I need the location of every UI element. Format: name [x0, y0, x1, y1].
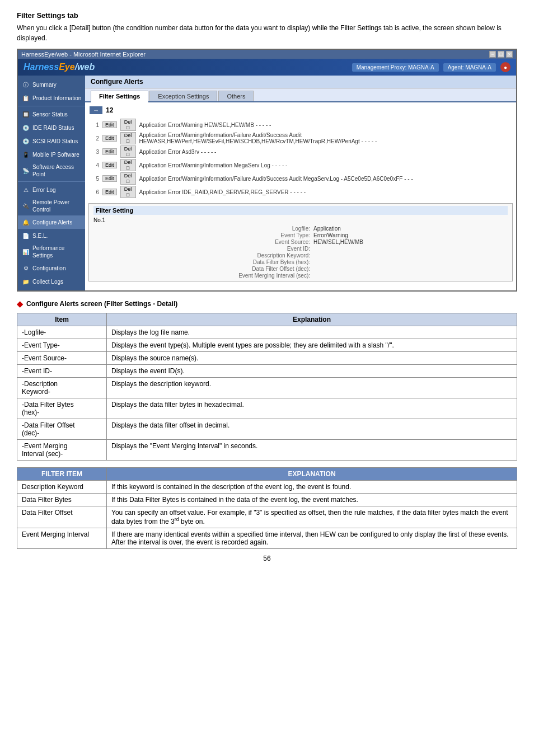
- filter-explanation-data-bytes: If this Data Filter Bytes is contained i…: [107, 494, 517, 506]
- sidebar-item-software-ap[interactable]: 📡 Software Access Point: [18, 161, 85, 180]
- del-button-2[interactable]: Del □: [120, 132, 136, 144]
- browser-titlebar: HarnessEye/web - Microsoft Internet Expl…: [18, 50, 516, 59]
- sidebar-item-remote-power[interactable]: 🔌 Remote Power Control: [18, 196, 85, 215]
- table-row: -Event Type- Displays the event type(s).…: [17, 339, 517, 352]
- filter-explanation-event-merging: If there are many identical events withi…: [107, 528, 517, 549]
- item-event-id: -Event ID-: [17, 365, 107, 378]
- scsi-raid-icon: 💿: [21, 137, 30, 145]
- detail-row-data-filter-bytes: Data Filter Bytes (hex):: [93, 259, 508, 265]
- table-row: -Event Source- Displays the source name(…: [17, 352, 517, 365]
- sidebar-item-configure-alerts[interactable]: 🔔 Configure Alerts: [18, 215, 85, 229]
- arrow-button[interactable]: →: [90, 106, 102, 114]
- sidebar-label-performance: Performance Settings: [32, 245, 82, 259]
- agent-badge: Agent: MAGNA-A: [443, 63, 496, 72]
- sensor-icon: 🔲: [21, 110, 30, 119]
- desc-keyword-label: Description Keyword:: [221, 252, 310, 259]
- sidebar-item-ide-raid[interactable]: 💿 IDE RAID Status: [18, 121, 85, 134]
- header-icon[interactable]: ●: [500, 62, 510, 72]
- del-button-4[interactable]: Del □: [120, 159, 136, 171]
- logfile-label: Logfile:: [221, 226, 310, 232]
- data-filter-bytes-value: [313, 259, 381, 265]
- edit-button-6[interactable]: Edit: [102, 189, 117, 195]
- table-row: 1 Edit Del □ Application Error/Warning H…: [90, 118, 512, 132]
- sidebar-label-error-log: Error Log: [32, 186, 56, 194]
- sidebar-item-sensor[interactable]: 🔲 Sensor Status: [18, 107, 85, 121]
- page-description: When you click a [Detail] button (the co…: [17, 23, 517, 43]
- filter-item-desc-keyword: Description Keyword: [17, 481, 107, 494]
- del-button-5[interactable]: Del □: [120, 172, 136, 185]
- sidebar-item-scsi-raid[interactable]: 💿 SCSI RAID Status: [18, 134, 85, 148]
- sidebar-label-product: Product Information: [32, 95, 81, 102]
- browser-window: HarnessEye/web - Microsoft Internet Expl…: [17, 49, 517, 292]
- filter-table-area: → 12 1 Edit Del □ Application Error/Warn…: [85, 102, 516, 201]
- explanation-event-source: Displays the source name(s).: [107, 352, 517, 365]
- ide-raid-icon: 💿: [21, 123, 30, 132]
- data-filter-offset-value: [313, 266, 381, 272]
- filter-desc-3: Application Error Asd3rv - - - - -: [138, 145, 512, 158]
- detail-row-event-source: Event Source: HEW/SEL,HEW/MB: [93, 239, 508, 245]
- del-button-6[interactable]: Del □: [120, 186, 136, 198]
- edit-button-3[interactable]: Edit: [102, 148, 117, 155]
- close-button[interactable]: ×: [506, 51, 513, 58]
- app-logo: HarnessEye/web: [24, 62, 95, 72]
- sidebar-item-mobile-ip[interactable]: 📱 Mobile IP Software: [18, 148, 85, 161]
- sidebar-item-configuration[interactable]: ⚙ Configuration: [18, 261, 85, 275]
- table-row: 6 Edit Del □ Application Error IDE_RAID,…: [90, 185, 512, 199]
- mobile-ip-icon: 📱: [21, 150, 30, 159]
- item-event-source: -Event Source-: [17, 352, 107, 365]
- detail-row-desc-keyword: Description Keyword:: [93, 252, 508, 259]
- detail-row-event-type: Event Type: Error/Warning: [93, 232, 508, 238]
- configuration-icon: ⚙: [21, 264, 30, 273]
- sidebar-item-summary[interactable]: ⓘ Summary: [18, 78, 85, 91]
- logfile-value: Application: [313, 226, 381, 232]
- maximize-button[interactable]: □: [498, 51, 504, 58]
- window-controls[interactable]: − □ ×: [489, 51, 513, 58]
- minimize-button[interactable]: −: [489, 51, 496, 58]
- filter-desc-4: Application Error/Warning/Information Me…: [138, 158, 512, 172]
- edit-button-2[interactable]: Edit: [102, 135, 117, 142]
- sidebar-item-error-log[interactable]: ⚠ Error Log: [18, 183, 85, 196]
- tab-filter-settings[interactable]: Filter Settings: [91, 91, 148, 102]
- section-heading: ◆ Configure Alerts screen (Filter Settin…: [17, 299, 517, 308]
- filter-item-table: FILTER ITEM EXPLANATION Description Keyw…: [17, 467, 517, 549]
- sidebar-item-product[interactable]: 📋 Product Information: [18, 91, 85, 105]
- del-button-3[interactable]: Del □: [120, 145, 136, 158]
- table-row: 4 Edit Del □ Application Error/Warning/I…: [90, 158, 512, 172]
- table-row: -Event MergingInterval (sec)- Displays t…: [17, 440, 517, 461]
- filter-setting-box: Filter Setting No.1 Logfile: Application…: [88, 203, 513, 281]
- filter-explanation-data-offset: You can specify an offset value. For exa…: [107, 506, 517, 528]
- sidebar-label-remote-power: Remote Power Control: [32, 199, 82, 213]
- summary-icon: ⓘ: [21, 80, 30, 89]
- explanation-col-header: Explanation: [107, 313, 517, 326]
- tab-others[interactable]: Others: [218, 91, 254, 101]
- page-title: Filter Settings tab: [17, 11, 517, 20]
- sidebar-item-performance[interactable]: 📊 Performance Settings: [18, 242, 85, 261]
- sidebar-label-configure-alerts: Configure Alerts: [32, 219, 72, 226]
- row-num: 4: [90, 158, 101, 172]
- item-data-filter-offset: -Data Filter Offset(dec)-: [17, 419, 107, 440]
- tabs-row: Filter Settings Exception Settings Other…: [85, 88, 516, 102]
- detail-row-data-filter-offset: Data Filter Offset (dec):: [93, 266, 508, 272]
- sidebar-label-software-ap: Software Access Point: [32, 163, 82, 178]
- filter-explanation-desc-keyword: If this keyword is contained in the desc…: [107, 481, 517, 494]
- sidebar-item-collect-logs[interactable]: 📁 Collect Logs: [18, 275, 85, 288]
- table-row: Data Filter Bytes If this Data Filter By…: [17, 494, 517, 506]
- diamond-icon: ◆: [17, 299, 23, 308]
- filter-item-event-merging: Event Merging Interval: [17, 528, 107, 549]
- app-header: HarnessEye/web Management Proxy: MAGNA-A…: [18, 59, 516, 76]
- table-row: 2 Edit Del □ Application Error/Warning/I…: [90, 132, 512, 145]
- del-button-1[interactable]: Del □: [120, 119, 136, 131]
- explanation-data-filter-offset: Displays the data filter offset in decim…: [107, 419, 517, 440]
- tab-exception-settings[interactable]: Exception Settings: [149, 91, 217, 101]
- filter-desc-2: Application Error/Warning/Information/Fa…: [138, 132, 512, 145]
- data-filter-offset-label: Data Filter Offset (dec):: [221, 266, 310, 272]
- filter-item-data-offset: Data Filter Offset: [17, 506, 107, 528]
- edit-button-4[interactable]: Edit: [102, 162, 117, 168]
- item-data-filter-bytes: -Data Filter Bytes(hex)-: [17, 398, 107, 419]
- header-right: Management Proxy: MAGNA-A Agent: MAGNA-A…: [352, 62, 510, 72]
- browser-title: HarnessEye/web - Microsoft Internet Expl…: [21, 51, 146, 58]
- edit-button-1[interactable]: Edit: [102, 121, 117, 128]
- edit-button-5[interactable]: Edit: [102, 175, 117, 182]
- item-logfile: -Logfile-: [17, 326, 107, 339]
- sidebar-item-sel[interactable]: 📄 S.E.L.: [18, 229, 85, 242]
